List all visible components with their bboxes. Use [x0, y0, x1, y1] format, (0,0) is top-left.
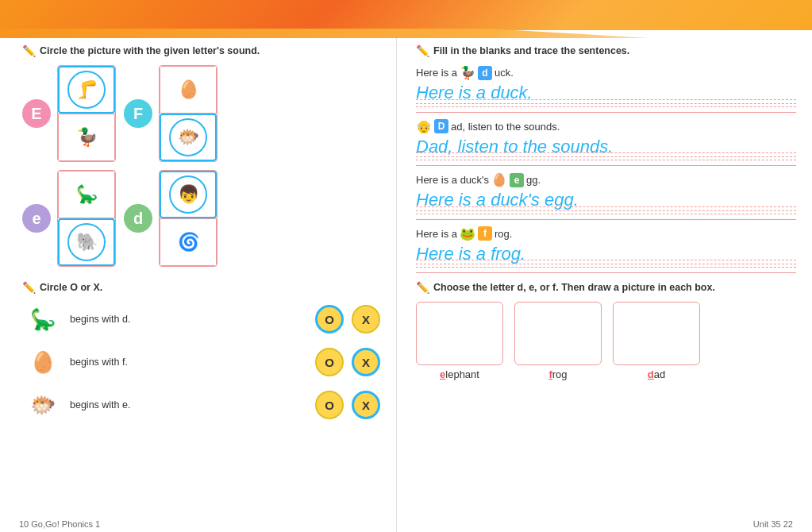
draw-letter-e: e [440, 368, 445, 380]
page-footer: 10 Go,Go! Phonics 1 Unit 35 22 [0, 519, 812, 529]
left-letter-groups: E 🦵 🦆 e [22, 65, 116, 267]
trace-container-3: Here is a duck's egg. [416, 189, 796, 220]
ox-btn-O-2[interactable]: O [315, 348, 344, 376]
draw-label-3: d ad [648, 368, 665, 380]
trace-container-1: Here is a duck. [416, 82, 796, 113]
egg-icon: 🥚 [178, 79, 199, 100]
letter-group-E: E 🦵 🦆 [22, 65, 116, 162]
duck-emoji-1: 🦆 [460, 65, 475, 80]
draw-label-2: f rog [548, 368, 567, 380]
draw-box-3[interactable] [613, 302, 700, 365]
section-right-2-title: ✏️ Choose the letter d, e, or f. Then dr… [416, 281, 796, 294]
ox-label-3: begins with e. [70, 399, 309, 411]
image-grid-E: 🦵 🦆 [57, 65, 116, 162]
ox-label-2: begins with f. [70, 357, 309, 368]
frog-emoji: 🐸 [460, 226, 475, 241]
trace-line-2: Dad, listen to the sounds. [416, 136, 796, 161]
badge-e: e [22, 204, 51, 233]
pencil-icon-3: ✏️ [416, 44, 429, 57]
section-right-1-title: ✏️ Fill in the blanks and trace the sent… [416, 44, 796, 57]
section1-title: ✏️ Circle the picture with the given let… [22, 44, 380, 57]
letter-group-e: e 🦕 🐘 [22, 170, 116, 267]
footer-right: Unit 35 22 [753, 519, 793, 529]
image-cell-boy: 👦 [160, 171, 217, 218]
right-letter-groups: F 🥚 🐡 d [124, 65, 217, 267]
ox-buttons-1: O X [315, 305, 380, 333]
ox-row-1: 🦕 begins with d. O X [22, 302, 380, 337]
draw-section: ✏️ Choose the letter d, e, or f. Then dr… [416, 281, 796, 380]
ox-btn-X-3[interactable]: X [352, 391, 380, 419]
trace-line-4: Here is a frog. [416, 243, 796, 268]
sentence-1: Here is a 🦆 d uck. Here is a duck. [416, 65, 796, 113]
circle-ox-section: ✏️ Circle O or X. 🦕 begins with d. O X 🥚… [22, 281, 380, 422]
ox-btn-X-2[interactable]: X [352, 348, 380, 376]
dino-icon: 🦕 [76, 184, 98, 205]
ox-btn-X-1[interactable]: X [352, 305, 380, 333]
image-cell-dino: 🦕 [58, 171, 115, 218]
image-cell-fan: 🌀 [160, 218, 217, 266]
page-content: ✏️ Circle the picture with the given let… [0, 30, 812, 532]
badge-E: E [22, 99, 51, 128]
elephant-icon: 🐘 [76, 232, 98, 253]
trace-line-1: Here is a duck. [416, 82, 796, 107]
badge-d: d [124, 204, 152, 233]
ox-image-dino: 🦕 [22, 302, 63, 337]
trace-line-3: Here is a duck's egg. [416, 189, 796, 214]
sentence-line-3: Here is a duck's 🥚 e gg. [416, 172, 796, 187]
left-panel: ✏️ Circle the picture with the given let… [0, 30, 397, 532]
image-cell-egg: 🥚 [160, 66, 217, 114]
draw-boxes: e lephant f rog d ad [416, 302, 796, 380]
sentence-4: Here is a 🐸 f rog. Here is a frog. [416, 226, 796, 274]
sentence-2: 👴 D ad, listen to the sounds. Dad, liste… [416, 119, 796, 167]
elbow-icon: 🦵 [76, 79, 98, 100]
boy-icon: 👦 [178, 184, 199, 205]
ox-buttons-3: O X [315, 391, 380, 419]
trace-container-2: Dad, listen to the sounds. [416, 136, 796, 167]
fan-icon: 🌀 [178, 232, 199, 253]
draw-box-2[interactable] [514, 302, 602, 365]
draw-box-1[interactable] [416, 302, 503, 365]
ox-row-2: 🥚 begins with f. O X [22, 345, 380, 380]
letter-box-f: f [478, 226, 492, 241]
ox-buttons-2: O X [315, 348, 380, 376]
section2-title: ✏️ Circle O or X. [22, 281, 380, 294]
badge-F: F [124, 99, 152, 128]
ox-row-3: 🐡 begins with e. O X [22, 387, 380, 422]
trace-container-4: Here is a frog. [416, 243, 796, 274]
image-grid-F: 🥚 🐡 [159, 65, 217, 162]
letter-box-D: D [434, 119, 448, 133]
image-grid-e: 🦕 🐘 [57, 170, 116, 267]
image-grid-d: 👦 🌀 [159, 170, 217, 267]
footer-left: 10 Go,Go! Phonics 1 [19, 519, 100, 529]
fish-icon: 🐡 [178, 127, 199, 148]
letter-group-F: F 🥚 🐡 [124, 65, 217, 162]
image-cell-duck-E: 🦆 [58, 114, 115, 161]
sentence-3: Here is a duck's 🥚 e gg. Here is a duck'… [416, 172, 796, 220]
pencil-icon-1: ✏️ [22, 44, 36, 57]
pencil-icon-2: ✏️ [22, 281, 36, 294]
circle-exercise: E 🦵 🦆 e [22, 65, 380, 267]
sentence-line-4: Here is a 🐸 f rog. [416, 226, 796, 241]
draw-box-wrap-2: f rog [514, 302, 602, 380]
pencil-icon-4: ✏️ [416, 281, 429, 294]
letter-box-e: e [510, 173, 524, 187]
ox-label-1: begins with d. [70, 314, 309, 325]
ox-image-egg: 🥚 [22, 345, 63, 380]
duck-icon-E: 🦆 [76, 127, 98, 148]
image-cell-elephant: 🐘 [58, 218, 115, 266]
draw-box-wrap-3: d ad [613, 302, 700, 380]
fill-blanks-section: ✏️ Fill in the blanks and trace the sent… [416, 44, 796, 273]
sentence-line-1: Here is a 🦆 d uck. [416, 65, 796, 80]
image-cell-fish: 🐡 [160, 114, 217, 161]
letter-box-d: d [478, 66, 492, 80]
egg-emoji-right: 🥚 [491, 172, 507, 187]
sentence-line-2: 👴 D ad, listen to the sounds. [416, 119, 796, 134]
grandpa-emoji: 👴 [416, 119, 432, 134]
letter-group-d: d 👦 🌀 [124, 170, 217, 267]
image-cell-elbow: 🦵 [58, 66, 115, 114]
header-bar [0, 0, 812, 30]
ox-image-fish: 🐡 [22, 387, 63, 422]
ox-btn-O-3[interactable]: O [315, 391, 344, 419]
ox-btn-O-1[interactable]: O [315, 305, 344, 333]
draw-box-wrap-1: e lephant [416, 302, 503, 380]
